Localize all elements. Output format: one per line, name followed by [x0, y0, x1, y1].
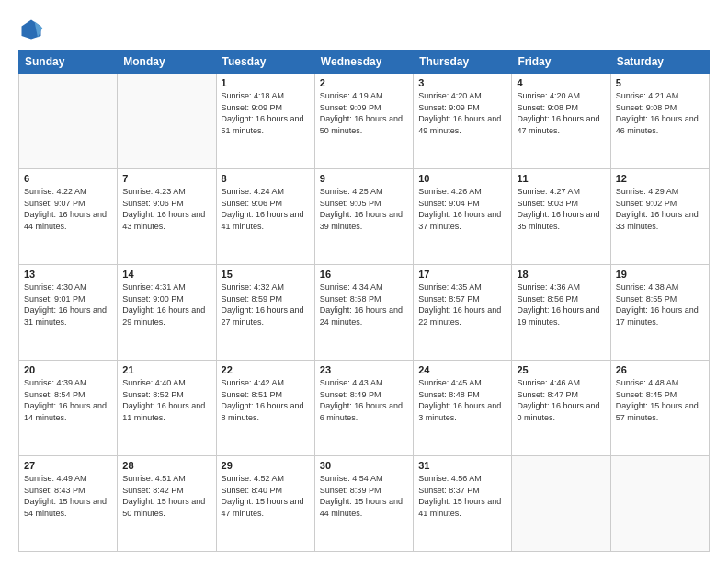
calendar-cell: 21 Sunrise: 4:40 AMSunset: 8:52 PMDaylig…	[118, 361, 216, 456]
calendar-cell: 1 Sunrise: 4:18 AMSunset: 9:09 PMDayligh…	[216, 74, 314, 169]
day-number: 23	[320, 364, 408, 375]
day-info: Sunrise: 4:30 AMSunset: 9:01 PMDaylight:…	[24, 282, 112, 327]
day-number: 5	[616, 77, 704, 88]
calendar-cell: 20 Sunrise: 4:39 AMSunset: 8:54 PMDaylig…	[19, 361, 118, 456]
calendar-cell: 13 Sunrise: 4:30 AMSunset: 9:01 PMDaylig…	[19, 265, 118, 361]
page: SundayMondayTuesdayWednesdayThursdayFrid…	[0, 0, 728, 563]
dow-header: Monday	[118, 51, 216, 74]
day-info: Sunrise: 4:32 AMSunset: 8:59 PMDaylight:…	[222, 282, 310, 327]
calendar-cell: 31 Sunrise: 4:56 AMSunset: 8:37 PMDaylig…	[414, 456, 512, 552]
day-info: Sunrise: 4:23 AMSunset: 9:06 PMDaylight:…	[122, 186, 210, 232]
day-info: Sunrise: 4:52 AMSunset: 8:40 PMDaylight:…	[222, 473, 310, 519]
day-number: 6	[24, 173, 112, 184]
calendar-table: SundayMondayTuesdayWednesdayThursdayFrid…	[18, 50, 710, 552]
calendar-cell: 2 Sunrise: 4:19 AMSunset: 9:09 PMDayligh…	[314, 74, 413, 169]
day-number: 24	[418, 364, 506, 375]
day-info: Sunrise: 4:56 AMSunset: 8:37 PMDaylight:…	[418, 473, 506, 519]
day-number: 1	[222, 77, 310, 88]
day-number: 4	[517, 77, 605, 88]
day-number: 2	[320, 77, 408, 88]
calendar-week-row: 1 Sunrise: 4:18 AMSunset: 9:09 PMDayligh…	[19, 74, 710, 169]
day-number: 25	[517, 364, 605, 375]
day-info: Sunrise: 4:35 AMSunset: 8:57 PMDaylight:…	[418, 282, 506, 327]
day-info: Sunrise: 4:27 AMSunset: 9:03 PMDaylight:…	[517, 186, 605, 232]
day-info: Sunrise: 4:19 AMSunset: 9:09 PMDaylight:…	[320, 90, 408, 136]
calendar-cell	[512, 456, 610, 552]
logo-icon	[18, 17, 44, 42]
day-info: Sunrise: 4:43 AMSunset: 8:49 PMDaylight:…	[320, 377, 408, 423]
calendar-cell: 14 Sunrise: 4:31 AMSunset: 9:00 PMDaylig…	[118, 265, 216, 361]
day-info: Sunrise: 4:39 AMSunset: 8:54 PMDaylight:…	[24, 377, 112, 423]
day-info: Sunrise: 4:24 AMSunset: 9:06 PMDaylight:…	[222, 186, 310, 232]
calendar-cell: 23 Sunrise: 4:43 AMSunset: 8:49 PMDaylig…	[314, 361, 413, 456]
dow-header: Saturday	[610, 51, 709, 74]
header	[18, 17, 710, 42]
calendar-cell: 30 Sunrise: 4:54 AMSunset: 8:39 PMDaylig…	[314, 456, 413, 552]
calendar-cell: 27 Sunrise: 4:49 AMSunset: 8:43 PMDaylig…	[19, 456, 118, 552]
days-of-week-row: SundayMondayTuesdayWednesdayThursdayFrid…	[19, 51, 710, 74]
day-number: 7	[122, 173, 210, 184]
day-info: Sunrise: 4:21 AMSunset: 9:08 PMDaylight:…	[616, 90, 704, 136]
day-info: Sunrise: 4:36 AMSunset: 8:56 PMDaylight:…	[517, 282, 605, 327]
day-number: 20	[24, 364, 112, 375]
calendar-cell: 9 Sunrise: 4:25 AMSunset: 9:05 PMDayligh…	[314, 169, 413, 265]
day-number: 8	[222, 173, 310, 184]
day-info: Sunrise: 4:34 AMSunset: 8:58 PMDaylight:…	[320, 282, 408, 327]
calendar-cell: 7 Sunrise: 4:23 AMSunset: 9:06 PMDayligh…	[118, 169, 216, 265]
day-info: Sunrise: 4:26 AMSunset: 9:04 PMDaylight:…	[418, 186, 506, 232]
day-number: 22	[222, 364, 310, 375]
day-info: Sunrise: 4:42 AMSunset: 8:51 PMDaylight:…	[222, 377, 310, 423]
day-info: Sunrise: 4:51 AMSunset: 8:42 PMDaylight:…	[122, 473, 210, 519]
day-info: Sunrise: 4:20 AMSunset: 9:09 PMDaylight:…	[418, 90, 506, 136]
calendar-cell: 28 Sunrise: 4:51 AMSunset: 8:42 PMDaylig…	[118, 456, 216, 552]
dow-header: Friday	[512, 51, 610, 74]
day-info: Sunrise: 4:45 AMSunset: 8:48 PMDaylight:…	[418, 377, 506, 423]
day-info: Sunrise: 4:40 AMSunset: 8:52 PMDaylight:…	[122, 377, 210, 423]
day-number: 3	[418, 77, 506, 88]
calendar-cell: 5 Sunrise: 4:21 AMSunset: 9:08 PMDayligh…	[610, 74, 709, 169]
calendar-cell: 10 Sunrise: 4:26 AMSunset: 9:04 PMDaylig…	[414, 169, 512, 265]
calendar-cell: 29 Sunrise: 4:52 AMSunset: 8:40 PMDaylig…	[216, 456, 314, 552]
day-info: Sunrise: 4:38 AMSunset: 8:55 PMDaylight:…	[616, 282, 704, 327]
day-info: Sunrise: 4:49 AMSunset: 8:43 PMDaylight:…	[24, 473, 112, 519]
calendar-cell	[118, 74, 216, 169]
day-info: Sunrise: 4:25 AMSunset: 9:05 PMDaylight:…	[320, 186, 408, 232]
calendar-cell: 11 Sunrise: 4:27 AMSunset: 9:03 PMDaylig…	[512, 169, 610, 265]
calendar-cell: 12 Sunrise: 4:29 AMSunset: 9:02 PMDaylig…	[610, 169, 709, 265]
calendar-cell	[610, 456, 709, 552]
calendar-cell: 15 Sunrise: 4:32 AMSunset: 8:59 PMDaylig…	[216, 265, 314, 361]
day-number: 26	[616, 364, 704, 375]
day-number: 14	[122, 269, 210, 280]
calendar-cell: 16 Sunrise: 4:34 AMSunset: 8:58 PMDaylig…	[314, 265, 413, 361]
calendar-cell: 19 Sunrise: 4:38 AMSunset: 8:55 PMDaylig…	[610, 265, 709, 361]
dow-header: Thursday	[414, 51, 512, 74]
day-number: 21	[122, 364, 210, 375]
dow-header: Sunday	[19, 51, 118, 74]
calendar-cell: 3 Sunrise: 4:20 AMSunset: 9:09 PMDayligh…	[414, 74, 512, 169]
day-number: 15	[222, 269, 310, 280]
day-number: 18	[517, 269, 605, 280]
calendar-cell: 22 Sunrise: 4:42 AMSunset: 8:51 PMDaylig…	[216, 361, 314, 456]
day-info: Sunrise: 4:31 AMSunset: 9:00 PMDaylight:…	[122, 282, 210, 327]
calendar-cell: 24 Sunrise: 4:45 AMSunset: 8:48 PMDaylig…	[414, 361, 512, 456]
calendar-cell: 8 Sunrise: 4:24 AMSunset: 9:06 PMDayligh…	[216, 169, 314, 265]
day-number: 10	[418, 173, 506, 184]
calendar-cell: 4 Sunrise: 4:20 AMSunset: 9:08 PMDayligh…	[512, 74, 610, 169]
day-info: Sunrise: 4:46 AMSunset: 8:47 PMDaylight:…	[517, 377, 605, 423]
day-number: 31	[418, 460, 506, 471]
calendar-cell: 6 Sunrise: 4:22 AMSunset: 9:07 PMDayligh…	[19, 169, 118, 265]
day-number: 27	[24, 460, 112, 471]
day-number: 30	[320, 460, 408, 471]
calendar-week-row: 6 Sunrise: 4:22 AMSunset: 9:07 PMDayligh…	[19, 169, 710, 265]
day-number: 28	[122, 460, 210, 471]
calendar-week-row: 20 Sunrise: 4:39 AMSunset: 8:54 PMDaylig…	[19, 361, 710, 456]
day-info: Sunrise: 4:29 AMSunset: 9:02 PMDaylight:…	[616, 186, 704, 232]
day-number: 16	[320, 269, 408, 280]
calendar-cell: 26 Sunrise: 4:48 AMSunset: 8:45 PMDaylig…	[610, 361, 709, 456]
calendar-cell: 18 Sunrise: 4:36 AMSunset: 8:56 PMDaylig…	[512, 265, 610, 361]
day-number: 17	[418, 269, 506, 280]
calendar-week-row: 27 Sunrise: 4:49 AMSunset: 8:43 PMDaylig…	[19, 456, 710, 552]
calendar-week-row: 13 Sunrise: 4:30 AMSunset: 9:01 PMDaylig…	[19, 265, 710, 361]
calendar-cell: 25 Sunrise: 4:46 AMSunset: 8:47 PMDaylig…	[512, 361, 610, 456]
day-info: Sunrise: 4:20 AMSunset: 9:08 PMDaylight:…	[517, 90, 605, 136]
